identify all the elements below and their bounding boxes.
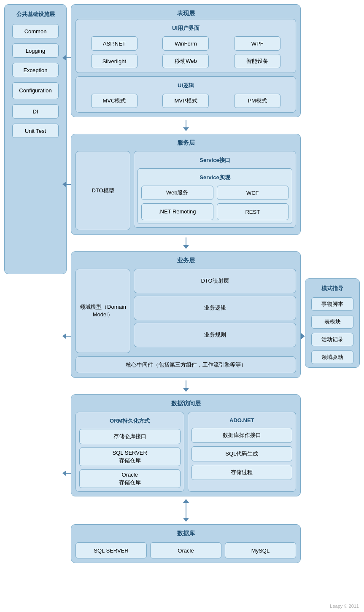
diagram-wrapper: 公共基础设施层 Common Logging Exception Configu… — [0, 0, 364, 612]
sidebar-item-configuration: Configuration — [12, 82, 59, 99]
arrowhead-left-3 — [62, 333, 66, 339]
service-interface-title: Service接口 — [138, 154, 292, 166]
arrowhead-left-2 — [62, 181, 66, 187]
sidebar-item-logging: Logging — [12, 43, 59, 58]
arrowhead-left-1 — [62, 55, 66, 61]
main-area: 表现层 UI用户界面 ASP.NET WinForm WPF — [71, 4, 301, 563]
sidebar-item-common: Common — [12, 24, 59, 38]
service-impl-title: Service实现 — [141, 171, 289, 183]
adonet-items: 数据库操作接口 SQL代码生成 存储过程 — [191, 428, 293, 480]
database-items: SQL SERVER Oracle MySQL — [75, 542, 296, 558]
dataaccess-content: ORM持久化方式 存储仓库接口 SQL SERVER 存储仓库 Oracle 存… — [75, 412, 296, 492]
arrow-line-v1 — [186, 120, 186, 127]
dto-box: DTO模型 — [75, 151, 130, 230]
right-item-3: 领域驱动 — [311, 350, 353, 364]
box-smartdevice: 智能设备 — [234, 54, 280, 68]
arrow-biz-to-data — [71, 380, 301, 392]
box-silverlight: Silverlight — [91, 54, 138, 68]
arrow-line-v2 — [186, 237, 186, 245]
box-stored-proc: 存储过程 — [191, 465, 293, 480]
dataaccess-layer: 数据访问层 ORM持久化方式 存储仓库接口 SQL SERVER 存储仓库 Or… — [71, 394, 301, 496]
orm-title: ORM持久化方式 — [79, 415, 181, 426]
dataaccess-title: 数据访问层 — [75, 397, 296, 409]
right-arrowhead — [301, 333, 305, 339]
arrowhead-up — [183, 499, 189, 503]
box-wcf: WCF — [217, 186, 289, 200]
box-pm: PM模式 — [234, 94, 280, 108]
left-sidebar-items: Common Logging Exception Configuration D… — [7, 24, 64, 138]
box-repo-interface: 存储仓库接口 — [79, 429, 181, 444]
left-sidebar-title: 公共基础设施层 — [7, 8, 64, 20]
arrowhead-down-3 — [183, 388, 189, 392]
arrow-service-to-biz — [71, 237, 301, 249]
business-title: 业务层 — [75, 254, 296, 266]
box-sqlserver-repo: SQL SERVER 存储仓库 — [79, 448, 181, 466]
box-mvp: MVP模式 — [162, 94, 209, 108]
service-content: DTO模型 Service接口 Service实现 Web服务 — [75, 151, 296, 230]
sidebar-item-unittest: Unit Test — [12, 124, 59, 138]
box-wpf: WPF — [234, 36, 280, 51]
ui-row1: ASP.NET WinForm WPF — [80, 36, 291, 51]
domain-model-box: 领域模型（Domain Model） — [75, 269, 130, 353]
sidebar-item-exception: Exception — [12, 63, 59, 77]
watermark: Leapy © 2011 — [330, 604, 359, 609]
box-sqlserver-db: SQL SERVER — [75, 542, 147, 558]
sidebar-item-di: DI — [12, 104, 59, 119]
orm-section: ORM持久化方式 存储仓库接口 SQL SERVER 存储仓库 Oracle 存… — [75, 412, 184, 492]
presentation-layer: 表现层 UI用户界面 ASP.NET WinForm WPF — [71, 4, 301, 117]
box-oracle-repo: Oracle 存储仓库 — [79, 469, 181, 488]
box-winform: WinForm — [162, 36, 209, 51]
arrow-pres-to-service — [71, 120, 301, 131]
box-db-interface: 数据库操作接口 — [191, 428, 293, 443]
right-item-0: 事物脚本 — [311, 297, 353, 311]
right-sidebar-title: 模式指导 — [308, 282, 357, 294]
arrowhead-down-4 — [183, 518, 189, 522]
right-item-2: 活动记录 — [311, 333, 353, 346]
arrow-data-to-db — [71, 499, 301, 522]
box-oracle-db: Oracle — [150, 542, 221, 558]
service-impl-row1: Web服务 WCF — [141, 186, 289, 200]
box-mvc: MVC模式 — [91, 94, 138, 108]
ui-logic-row: MVC模式 MVP模式 PM模式 — [80, 94, 291, 108]
arrowhead-left-4 — [62, 470, 66, 476]
service-impl-box: Service实现 Web服务 WCF — [138, 168, 292, 224]
box-mobileweb: 移动Web — [162, 54, 209, 68]
arrow-line-v4a — [186, 503, 186, 510]
adonet-title: ADO.NET — [191, 415, 293, 425]
business-right: DTO映射层 业务逻辑 业务规则 — [134, 269, 296, 353]
arrow-line-v4b — [186, 510, 186, 518]
ui-users-title: UI用户界面 — [80, 22, 291, 34]
database-layer: 数据库 SQL SERVER Oracle MySQL — [71, 524, 301, 563]
ui-logic-section: UI逻辑 MVC模式 MVP模式 PM模式 — [75, 76, 296, 113]
box-webservice: Web服务 — [141, 186, 213, 200]
arrowhead-down-1 — [183, 127, 189, 131]
box-netremoting: .NET Remoting — [141, 203, 213, 220]
box-biz-rules: 业务规则 — [134, 323, 296, 347]
adonet-section: ADO.NET 数据库操作接口 SQL代码生成 存储过程 — [188, 412, 297, 492]
box-sql-codegen: SQL代码生成 — [191, 446, 293, 461]
business-content: 领域模型（Domain Model） DTO映射层 业务逻辑 业务规则 — [75, 269, 296, 353]
service-right: Service接口 Service实现 Web服务 WCF — [134, 151, 296, 230]
right-sidebar-items: 事物脚本 表模块 活动记录 领域驱动 — [308, 297, 357, 364]
service-title: 服务层 — [75, 137, 296, 148]
ui-row2: Silverlight 移动Web 智能设备 — [80, 54, 291, 68]
box-aspnet: ASP.NET — [91, 36, 138, 51]
right-sidebar: 模式指导 事物脚本 表模块 活动记录 领域驱动 — [305, 278, 360, 368]
ui-logic-title: UI逻辑 — [80, 79, 291, 91]
box-biz-logic: 业务逻辑 — [134, 296, 296, 320]
right-item-1: 表模块 — [311, 315, 353, 329]
service-interface-box: Service接口 Service实现 Web服务 WCF — [134, 151, 296, 228]
box-dto-mapping: DTO映射层 — [134, 269, 296, 293]
business-layer: 业务层 领域模型（Domain Model） DTO映射层 业务逻辑 业务规则 — [71, 251, 301, 378]
orm-items: 存储仓库接口 SQL SERVER 存储仓库 Oracle 存储仓库 — [79, 429, 181, 488]
arrowhead-down-2 — [183, 245, 189, 249]
core-middleware-bar: 核心中间件（包括第三方组件，工作流引擎等等） — [75, 356, 296, 373]
ui-users-section: UI用户界面 ASP.NET WinForm WPF Silverlight — [75, 19, 296, 73]
service-layer: 服务层 DTO模型 Service接口 Service实现 Web服务 — [71, 134, 301, 235]
presentation-title: 表现层 — [75, 7, 296, 19]
box-mysql-db: MySQL — [225, 542, 296, 558]
left-sidebar: 公共基础设施层 Common Logging Exception Configu… — [4, 4, 67, 274]
arrow-line-v3 — [186, 380, 186, 388]
box-rest: REST — [217, 203, 289, 220]
database-title: 数据库 — [75, 527, 296, 539]
